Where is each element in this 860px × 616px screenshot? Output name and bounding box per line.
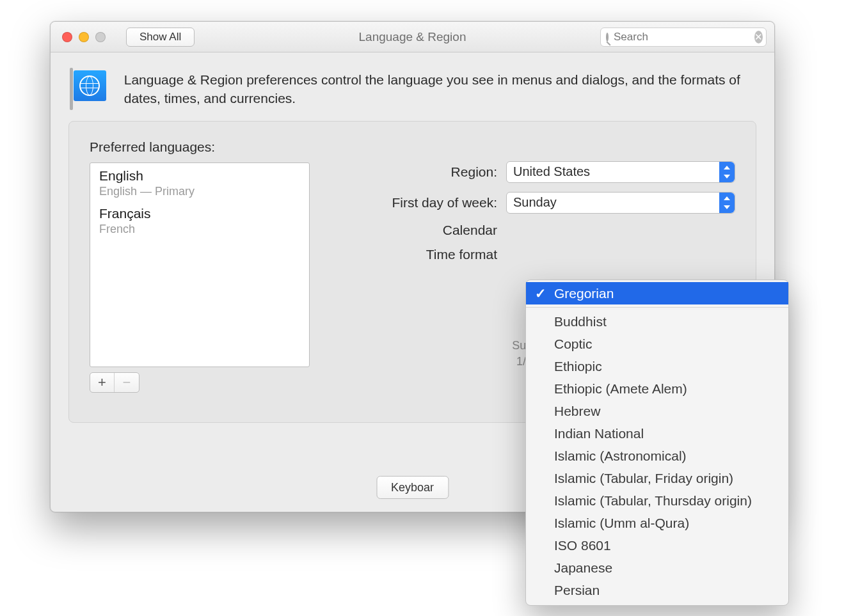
calendar-option-label: Japanese	[554, 560, 612, 576]
calendar-dropdown[interactable]: ✓ Gregorian Buddhist Coptic Ethiopic Eth…	[525, 280, 789, 606]
first-day-popup[interactable]: Sunday	[506, 192, 735, 214]
language-list[interactable]: English English — Primary Français Frenc…	[90, 162, 310, 367]
language-name: English	[99, 168, 300, 184]
language-item[interactable]: Français French	[90, 201, 309, 239]
calendar-option-label: Ethiopic (Amete Alem)	[554, 381, 687, 397]
remove-language-button: −	[115, 373, 139, 392]
region-value: United States	[513, 164, 590, 179]
search-field[interactable]: ✕	[600, 28, 767, 47]
preferences-window: Show All Language & Region ✕ Language & …	[50, 21, 775, 512]
calendar-option[interactable]: Ethiopic	[526, 355, 788, 377]
calendar-option-selected[interactable]: ✓ Gregorian	[526, 282, 788, 304]
calendar-option-label: Hebrew	[554, 404, 600, 419]
show-all-button[interactable]: Show All	[126, 28, 195, 47]
calendar-option-label: Islamic (Umm al-Qura)	[554, 516, 689, 531]
calendar-option[interactable]: Hebrew	[526, 400, 788, 422]
clear-search-icon[interactable]: ✕	[754, 31, 763, 43]
calendar-option-label: Ethiopic	[554, 359, 602, 374]
calendar-option[interactable]: Buddhist	[526, 310, 788, 333]
popup-stepper-icon	[719, 193, 735, 213]
close-button[interactable]	[62, 32, 72, 42]
language-subtitle: English — Primary	[99, 185, 300, 198]
calendar-option[interactable]: Persian	[526, 579, 788, 601]
zoom-button	[95, 32, 106, 42]
calendar-option-label: Islamic (Tabular, Thursday origin)	[554, 493, 752, 509]
calendar-option-label: Gregorian	[554, 286, 614, 301]
calendar-option-label: ISO 8601	[554, 538, 611, 553]
un-flag-icon	[74, 70, 106, 101]
calendar-option-label: Islamic (Astronomical)	[554, 448, 687, 464]
search-icon	[606, 33, 609, 42]
calendar-option[interactable]: Ethiopic (Amete Alem)	[526, 377, 788, 400]
calendar-option-label: Indian National	[554, 426, 644, 441]
calendar-option-label: Buddhist	[554, 314, 607, 329]
window-controls	[62, 32, 106, 42]
calendar-option[interactable]: ISO 8601	[526, 534, 788, 557]
calendar-label: Calendar	[342, 223, 506, 238]
add-language-button[interactable]: +	[90, 373, 115, 392]
minimize-button[interactable]	[79, 32, 89, 42]
calendar-option[interactable]: Islamic (Tabular, Friday origin)	[526, 467, 788, 489]
calendar-option-label: Persian	[554, 583, 600, 598]
calendar-option[interactable]: Indian National	[526, 422, 788, 445]
preferred-languages-label: Preferred languages:	[90, 139, 735, 155]
calendar-option-label: Islamic (Tabular, Friday origin)	[554, 471, 733, 486]
calendar-option-label: Coptic	[554, 336, 593, 352]
intro-text: Language & Region preferences control th…	[124, 70, 751, 108]
calendar-option[interactable]: Islamic (Astronomical)	[526, 445, 788, 467]
popup-stepper-icon	[719, 162, 735, 182]
region-settings: Region: United States First day of week:…	[342, 161, 735, 271]
intro-section: Language & Region preferences control th…	[51, 52, 774, 121]
calendar-option[interactable]: Japanese	[526, 557, 788, 579]
keyboard-preferences-button[interactable]: Keyboar	[376, 476, 449, 499]
region-label: Region:	[342, 164, 506, 180]
menu-separator	[526, 307, 788, 308]
add-remove-control: + −	[90, 372, 139, 393]
language-subtitle: French	[99, 223, 300, 236]
search-input[interactable]	[614, 31, 749, 43]
calendar-option[interactable]: Islamic (Umm al-Qura)	[526, 512, 788, 534]
first-day-label: First day of week:	[342, 195, 506, 210]
calendar-option[interactable]: Islamic (Tabular, Thursday origin)	[526, 489, 788, 512]
time-format-label: Time format	[342, 247, 506, 262]
language-name: Français	[99, 206, 300, 221]
language-item[interactable]: English English — Primary	[90, 163, 309, 201]
calendar-option[interactable]: Coptic	[526, 333, 788, 355]
titlebar: Show All Language & Region ✕	[51, 22, 774, 52]
first-day-value: Sunday	[513, 195, 557, 210]
checkmark-icon: ✓	[535, 286, 548, 301]
region-popup[interactable]: United States	[506, 161, 735, 183]
